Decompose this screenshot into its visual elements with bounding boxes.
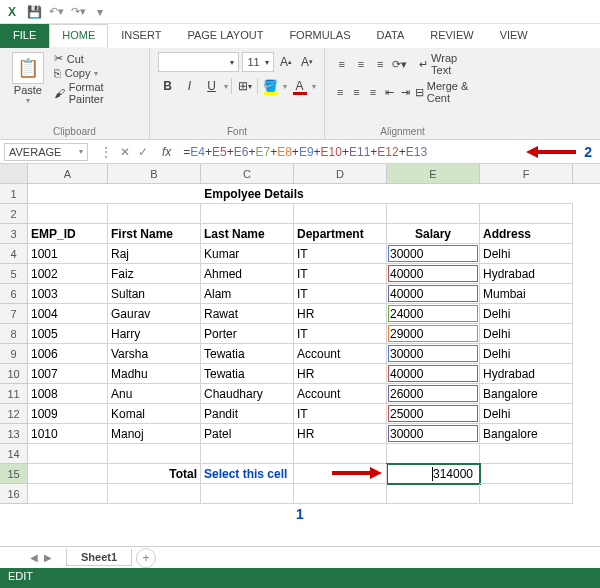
- fill-color-button[interactable]: 🪣: [261, 76, 280, 96]
- total-label-cell[interactable]: Total: [108, 464, 201, 484]
- cell[interactable]: 1002: [28, 264, 108, 284]
- cell[interactable]: Kumar: [201, 244, 294, 264]
- row-header[interactable]: 4: [0, 244, 28, 264]
- decrease-font-button[interactable]: A▾: [298, 52, 316, 72]
- cell[interactable]: Ahmed: [201, 264, 294, 284]
- header-cell[interactable]: Department: [294, 224, 387, 244]
- cell[interactable]: 1008: [28, 384, 108, 404]
- font-size-select[interactable]: 11▾: [242, 52, 273, 72]
- select-all-corner[interactable]: [0, 164, 28, 183]
- align-right-button[interactable]: ≡: [366, 82, 380, 102]
- tab-pagelayout[interactable]: PAGE LAYOUT: [174, 24, 276, 48]
- cell[interactable]: Pandit: [201, 404, 294, 424]
- orientation-button[interactable]: ⟳▾: [391, 54, 408, 74]
- cell[interactable]: IT: [294, 324, 387, 344]
- row-header[interactable]: 5: [0, 264, 28, 284]
- cell[interactable]: Porter: [201, 324, 294, 344]
- cell[interactable]: [480, 444, 573, 464]
- cell[interactable]: [387, 484, 480, 504]
- cell[interactable]: 30000: [387, 244, 480, 264]
- enter-icon[interactable]: ✓: [138, 145, 148, 159]
- cell[interactable]: Madhu: [108, 364, 201, 384]
- undo-icon[interactable]: ↶▾: [48, 4, 64, 20]
- cell[interactable]: [201, 484, 294, 504]
- cell[interactable]: Komal: [108, 404, 201, 424]
- cell[interactable]: 26000: [387, 384, 480, 404]
- cell[interactable]: Faiz: [108, 264, 201, 284]
- sheet-tab[interactable]: Sheet1: [66, 549, 132, 566]
- col-header-b[interactable]: B: [108, 164, 201, 183]
- spreadsheet-grid[interactable]: A B C D E F 1 Empolyee Details 2 3 EMP_I…: [0, 164, 600, 522]
- align-center-button[interactable]: ≡: [349, 82, 363, 102]
- cell[interactable]: [28, 464, 108, 484]
- cell[interactable]: Delhi: [480, 304, 573, 324]
- header-cell[interactable]: Salary: [387, 224, 480, 244]
- col-header-c[interactable]: C: [201, 164, 294, 183]
- cell[interactable]: [294, 204, 387, 224]
- cell[interactable]: Tewatia: [201, 364, 294, 384]
- cell[interactable]: Anu: [108, 384, 201, 404]
- tab-data[interactable]: DATA: [364, 24, 418, 48]
- underline-button[interactable]: U: [202, 76, 221, 96]
- row-header[interactable]: 13: [0, 424, 28, 444]
- cell[interactable]: 1004: [28, 304, 108, 324]
- bold-button[interactable]: B: [158, 76, 177, 96]
- cell[interactable]: [108, 484, 201, 504]
- cell[interactable]: Delhi: [480, 404, 573, 424]
- cell[interactable]: [201, 204, 294, 224]
- font-family-select[interactable]: ▾: [158, 52, 239, 72]
- cell[interactable]: [28, 484, 108, 504]
- indent-decrease-button[interactable]: ⇤: [382, 82, 396, 102]
- cell[interactable]: 30000: [387, 424, 480, 444]
- tab-insert[interactable]: INSERT: [108, 24, 174, 48]
- qat-dropdown-icon[interactable]: ▾: [92, 4, 108, 20]
- cell[interactable]: 1007: [28, 364, 108, 384]
- col-header-a[interactable]: A: [28, 164, 108, 183]
- row-header[interactable]: 3: [0, 224, 28, 244]
- tab-view[interactable]: VIEW: [487, 24, 541, 48]
- select-hint-cell[interactable]: Select this cell: [201, 464, 294, 484]
- cell[interactable]: [480, 484, 573, 504]
- col-header-d[interactable]: D: [294, 164, 387, 183]
- cell[interactable]: [294, 484, 387, 504]
- font-color-button[interactable]: A: [290, 76, 309, 96]
- col-header-e[interactable]: E: [387, 164, 480, 183]
- cell[interactable]: Chaudhary: [201, 384, 294, 404]
- row-header[interactable]: 9: [0, 344, 28, 364]
- cell[interactable]: Mumbai: [480, 284, 573, 304]
- cell[interactable]: IT: [294, 244, 387, 264]
- row-header[interactable]: 16: [0, 484, 28, 504]
- cell[interactable]: Alam: [201, 284, 294, 304]
- cell[interactable]: HR: [294, 304, 387, 324]
- italic-button[interactable]: I: [180, 76, 199, 96]
- cell[interactable]: Rawat: [201, 304, 294, 324]
- tab-review[interactable]: REVIEW: [417, 24, 486, 48]
- header-cell[interactable]: Address: [480, 224, 573, 244]
- align-top-button[interactable]: ≡: [333, 54, 350, 74]
- increase-font-button[interactable]: A▴: [277, 52, 295, 72]
- cell[interactable]: 40000: [387, 264, 480, 284]
- cell[interactable]: [480, 184, 573, 204]
- cell[interactable]: [28, 204, 108, 224]
- cell[interactable]: Patel: [201, 424, 294, 444]
- cut-button[interactable]: ✂Cut: [54, 52, 141, 65]
- cell[interactable]: [294, 444, 387, 464]
- header-cell[interactable]: Last Name: [201, 224, 294, 244]
- row-header[interactable]: 8: [0, 324, 28, 344]
- save-icon[interactable]: 💾: [26, 4, 42, 20]
- cell[interactable]: Hydrabad: [480, 264, 573, 284]
- sheet-nav-prev[interactable]: ◀: [30, 552, 38, 563]
- indent-increase-button[interactable]: ⇥: [398, 82, 412, 102]
- cell[interactable]: 29000: [387, 324, 480, 344]
- cell[interactable]: 25000: [387, 404, 480, 424]
- cell[interactable]: Bangalore: [480, 384, 573, 404]
- cell[interactable]: HR: [294, 364, 387, 384]
- cell[interactable]: [387, 204, 480, 224]
- cell[interactable]: [201, 444, 294, 464]
- row-header[interactable]: 7: [0, 304, 28, 324]
- cell[interactable]: Raj: [108, 244, 201, 264]
- cell[interactable]: 1005: [28, 324, 108, 344]
- redo-icon[interactable]: ↷▾: [70, 4, 86, 20]
- cell[interactable]: IT: [294, 284, 387, 304]
- col-header-f[interactable]: F: [480, 164, 573, 183]
